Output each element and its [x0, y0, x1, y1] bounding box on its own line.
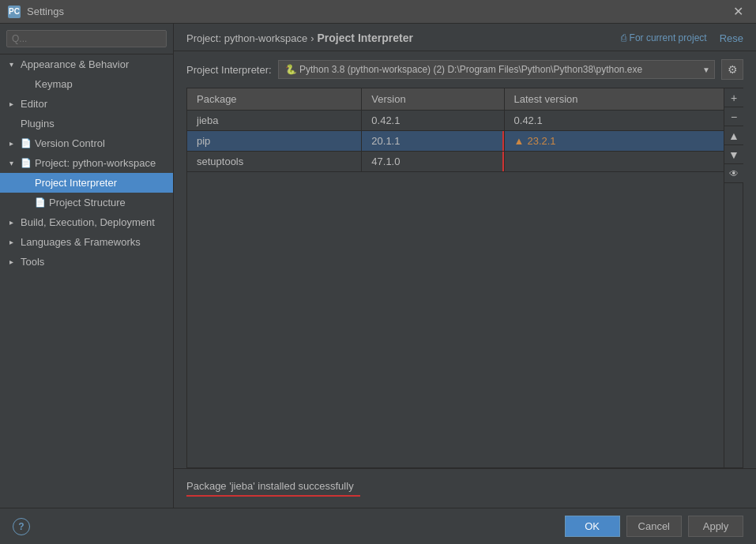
sidebar-item-appearance-behavior[interactable]: ▾Appearance & Behavior — [0, 54, 173, 74]
content-header: Project: python-workspace › Project Inte… — [174, 24, 756, 51]
cell-version: 20.1.1 — [362, 131, 504, 152]
latest-version-value: 23.2.1 — [527, 135, 555, 147]
breadcrumb-project: Project: python-workspace — [186, 32, 307, 44]
sidebar-item-label: Tools — [21, 256, 44, 268]
add-package-button[interactable]: + — [724, 88, 743, 107]
search-input[interactable] — [6, 30, 167, 47]
ok-button[interactable]: OK — [565, 516, 620, 537]
main-layout: ▾Appearance & Behavior Keymap▸Editor Plu… — [0, 24, 756, 508]
table-row[interactable]: jieba0.42.10.42.1 — [187, 111, 724, 131]
interpreter-row: Project Interpreter: 🐍 Python 3.8 (pytho… — [174, 51, 756, 88]
table-inner: Package Version Latest version jieba0.42… — [186, 88, 724, 468]
cell-package: setuptools — [187, 152, 362, 172]
sidebar-item-project-interpreter[interactable]: Project Interpreter — [0, 173, 173, 193]
version-border-indicator — [502, 152, 504, 171]
cell-latest-version: 0.42.1 — [504, 111, 724, 131]
sidebar-item-label: Project: python-workspace — [35, 157, 156, 169]
expand-arrow: ▸ — [9, 218, 17, 227]
table-row[interactable]: setuptools47.1.0 — [187, 152, 724, 172]
sidebar-item-label: Project Structure — [49, 197, 126, 208]
bottom-help: ? — [13, 518, 559, 535]
cancel-button[interactable]: Cancel — [626, 516, 682, 537]
for-current-project-link[interactable]: ⎙ For current project — [621, 32, 706, 43]
interpreter-select[interactable]: 🐍 Python 3.8 (python-workspace) (2) D:\P… — [278, 60, 715, 79]
sidebar-item-label: Version Control — [35, 137, 105, 149]
expand-arrow: ▸ — [9, 139, 17, 148]
sidebar-item-label: Languages & Frameworks — [21, 236, 141, 248]
sidebar-item-label: Keymap — [35, 78, 73, 90]
sidebar-item-keymap[interactable]: Keymap — [0, 74, 173, 94]
sidebar-item-build-execution-deployment[interactable]: ▸Build, Execution, Deployment — [0, 212, 173, 232]
package-table-body: jieba0.42.10.42.1pip20.1.1▲23.2.1setupto… — [187, 111, 724, 172]
sidebar-items-container: ▾Appearance & Behavior Keymap▸Editor Plu… — [0, 54, 173, 272]
version-border-indicator — [502, 131, 504, 151]
expand-arrow: ▸ — [9, 257, 17, 266]
table-wrapper: Package Version Latest version jieba0.42… — [186, 88, 743, 468]
table-row[interactable]: pip20.1.1▲23.2.1 — [187, 131, 724, 152]
cell-version: 0.42.1 — [362, 111, 504, 131]
interpreter-label: Project Interpreter: — [186, 64, 272, 76]
bottom-bar: ? OK Cancel Apply — [0, 508, 756, 544]
item-icon: 📄 — [21, 158, 32, 168]
reset-link[interactable]: Rese — [720, 32, 743, 44]
expand-arrow: ▾ — [9, 159, 17, 167]
table-header-row: Package Version Latest version — [187, 88, 724, 111]
col-package: Package — [187, 88, 362, 111]
eye-button[interactable]: 👁 — [724, 164, 743, 183]
title-bar: PC Settings ✕ — [0, 0, 756, 24]
search-bar — [0, 24, 173, 54]
package-table: Package Version Latest version jieba0.42… — [187, 88, 724, 172]
close-button[interactable]: ✕ — [728, 2, 748, 21]
help-button[interactable]: ? — [13, 518, 30, 535]
sidebar-item-tools[interactable]: ▸Tools — [0, 252, 173, 272]
expand-arrow: ▾ — [9, 60, 17, 69]
content-area: Project: python-workspace › Project Inte… — [174, 24, 756, 508]
breadcrumb-current: Project Interpreter — [318, 32, 413, 44]
window-title: Settings — [27, 6, 64, 17]
item-icon: 📄 — [35, 197, 46, 208]
scroll-up-button[interactable]: ▲ — [724, 126, 743, 145]
expand-arrow: ▸ — [9, 99, 17, 108]
sidebar-item-project-structure[interactable]: 📄Project Structure — [0, 193, 173, 212]
cell-latest-version: ▲23.2.1 — [504, 131, 724, 152]
sidebar-item-editor[interactable]: ▸Editor — [0, 94, 173, 114]
sidebar-item-label: Plugins — [21, 118, 55, 129]
sidebar: ▾Appearance & Behavior Keymap▸Editor Plu… — [0, 24, 174, 508]
scroll-down-button[interactable]: ▼ — [724, 145, 743, 164]
sidebar-item-project-python-workspace[interactable]: ▾📄Project: python-workspace — [0, 153, 173, 173]
sidebar-item-languages-frameworks[interactable]: ▸Languages & Frameworks — [0, 232, 173, 252]
status-underline — [186, 495, 360, 497]
app-icon: PC — [8, 6, 21, 18]
sidebar-item-version-control[interactable]: ▸📄Version Control — [0, 133, 173, 153]
sidebar-item-label: Editor — [21, 98, 47, 110]
cell-package: pip — [187, 131, 362, 152]
sidebar-item-label: Build, Execution, Deployment — [21, 216, 155, 228]
apply-button[interactable]: Apply — [688, 516, 743, 537]
gear-settings-button[interactable]: ⚙ — [721, 59, 743, 80]
col-latest: Latest version — [504, 88, 724, 111]
cell-version: 47.1.0 — [362, 152, 504, 172]
expand-arrow: ▸ — [9, 238, 17, 246]
status-message: Package 'jieba' installed successfully — [186, 480, 354, 495]
sidebar-item-label: Project Interpreter — [35, 177, 117, 189]
title-bar-left: PC Settings — [8, 6, 64, 18]
side-buttons: + − ▲ ▼ 👁 — [724, 88, 743, 468]
item-icon: 📄 — [21, 138, 32, 148]
interpreter-select-wrapper: 🐍 Python 3.8 (python-workspace) (2) D:\P… — [278, 60, 715, 79]
upgrade-arrow-icon: ▲ — [514, 135, 525, 147]
cell-latest-version — [504, 152, 724, 172]
col-version: Version — [362, 88, 504, 111]
remove-package-button[interactable]: − — [724, 107, 743, 126]
breadcrumb: Project: python-workspace › Project Inte… — [186, 32, 413, 44]
sidebar-item-plugins[interactable]: Plugins — [0, 114, 173, 133]
status-bar: Package 'jieba' installed successfully — [174, 468, 756, 508]
breadcrumb-arrow: › — [310, 32, 314, 44]
sidebar-item-label: Appearance & Behavior — [21, 58, 129, 70]
cell-package: jieba — [187, 111, 362, 131]
